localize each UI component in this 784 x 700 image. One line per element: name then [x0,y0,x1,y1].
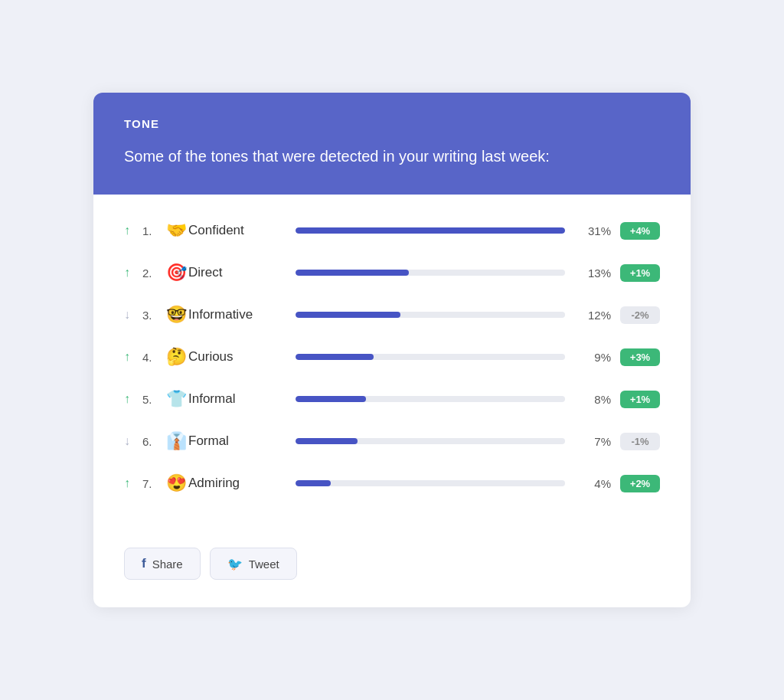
bar-fill [296,270,409,276]
tone-name: Curious [188,349,280,365]
rank-number: 7. [142,477,164,490]
bar-track [296,354,565,360]
header: TONE Some of the tones that were detecte… [93,93,691,195]
trend-arrow: ↑ [124,350,142,364]
bar-track [296,438,565,444]
trend-arrow: ↑ [124,392,142,406]
tone-emoji: 🎯 [164,263,188,283]
tone-row: ↑ 4. 🤔 Curious 9% +3% [124,336,660,378]
rank-number: 5. [142,393,164,406]
change-badge: +4% [620,222,660,240]
bar-fill [296,480,331,486]
bar-track [296,270,565,276]
tone-name: Formal [188,433,280,449]
trend-arrow: ↓ [124,308,142,322]
change-badge: +1% [620,264,660,282]
change-badge: -1% [620,433,660,450]
bar-fill [296,312,400,318]
rank-number: 3. [142,309,164,322]
percent-label: 9% [580,351,611,364]
tone-emoji: 😍 [164,473,188,493]
trend-arrow: ↓ [124,434,142,448]
rank-number: 4. [142,351,164,364]
bar-track [296,396,565,402]
tweet-label: Tweet [249,558,279,571]
rank-number: 2. [142,267,164,280]
bar-track [296,227,565,234]
footer: f Share 🐦 Tweet [93,532,691,607]
tone-row: ↑ 1. 🤝 Confident 31% +4% [124,210,660,252]
tone-row: ↓ 6. 👔 Formal 7% -1% [124,420,660,463]
change-badge: +2% [620,475,660,492]
percent-label: 13% [580,267,611,280]
tone-name: Direct [188,265,280,280]
bar-fill [296,354,374,360]
rank-number: 1. [142,224,164,237]
tweet-button[interactable]: 🐦 Tweet [210,548,297,580]
tone-name: Informative [188,307,280,322]
percent-label: 8% [580,393,611,406]
tone-emoji: 👔 [164,431,188,451]
header-subtitle: Some of the tones that were detected in … [124,146,660,167]
bar-fill [296,438,358,444]
card: TONE Some of the tones that were detecte… [93,93,691,607]
header-title: TONE [124,117,660,130]
tone-name: Informal [188,391,280,407]
percent-label: 31% [580,224,611,237]
tone-emoji: 👕 [164,389,188,409]
tone-row: ↑ 2. 🎯 Direct 13% +1% [124,252,660,294]
percent-label: 4% [580,477,611,490]
bar-track [296,312,565,318]
bar-fill [296,396,366,402]
percent-label: 12% [580,309,611,322]
facebook-icon: f [142,556,146,571]
tone-list: ↑ 1. 🤝 Confident 31% +4% ↑ 2. 🎯 Direct 1… [93,195,691,532]
bar-fill [296,227,565,234]
percent-label: 7% [580,435,611,448]
share-button[interactable]: f Share [124,548,201,580]
tone-row: ↑ 5. 👕 Informal 8% +1% [124,378,660,420]
tone-row: ↑ 7. 😍 Admiring 4% +2% [124,463,660,505]
trend-arrow: ↑ [124,476,142,490]
tone-emoji: 🤓 [164,305,188,325]
rank-number: 6. [142,435,164,448]
tone-name: Admiring [188,476,280,491]
share-label: Share [152,558,183,571]
change-badge: +3% [620,348,660,366]
tone-emoji: 🤔 [164,347,188,367]
twitter-icon: 🐦 [227,557,243,571]
change-badge: -2% [620,306,660,324]
tone-emoji: 🤝 [164,221,188,240]
change-badge: +1% [620,391,660,408]
tone-name: Confident [188,223,280,238]
tone-row: ↓ 3. 🤓 Informative 12% -2% [124,294,660,336]
trend-arrow: ↑ [124,224,142,237]
bar-track [296,480,565,486]
trend-arrow: ↑ [124,266,142,280]
